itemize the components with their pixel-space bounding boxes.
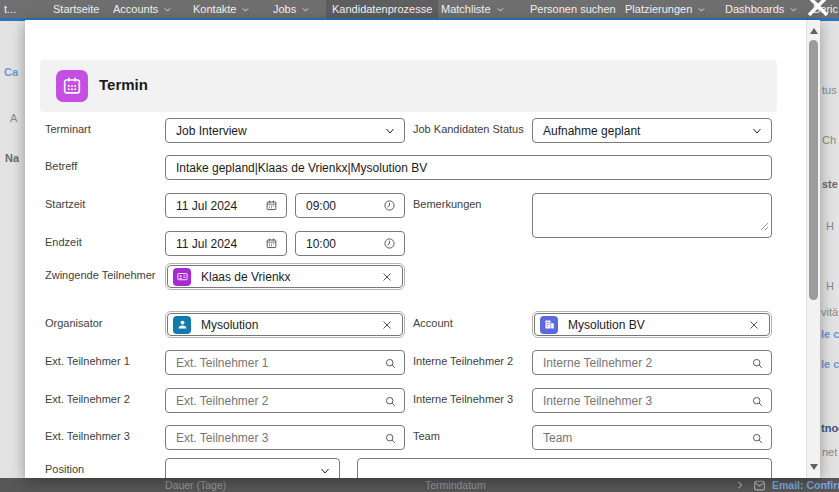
terminart-value: Job Interview (166, 124, 384, 138)
scrollbar-thumb[interactable] (809, 40, 818, 300)
ext-teilnehmer-2-input[interactable] (165, 388, 405, 413)
organisator-field[interactable]: Mysolution (165, 311, 405, 338)
chevron-down-icon (496, 5, 505, 14)
background-fragment: tnoc (821, 422, 839, 434)
zwingende-teilnehmer-value: Klaas de Vrienkx (201, 270, 381, 284)
account-field[interactable]: Mysolution BV (532, 311, 772, 338)
nav-item-label: Startseite (53, 3, 99, 15)
endzeit-label: Endzeit (45, 236, 82, 248)
organisator-label: Organisator (45, 317, 102, 329)
team-label: Team (413, 430, 440, 442)
nav-item-label: Platzierungen (625, 3, 692, 15)
nav-item-label: t... (4, 3, 16, 15)
nav-item-label: Accounts (113, 3, 158, 15)
nav-item-kandidatenprozesse[interactable]: Kandidatenprozesse (326, 0, 438, 18)
interne-teilnehmer-2-input[interactable] (532, 350, 772, 375)
ext-teilnehmer-3-label: Ext. Teilnehmer 3 (45, 430, 130, 442)
position-detail-input[interactable] (357, 458, 772, 478)
startzeit-label: Startzeit (45, 198, 85, 210)
user-icon (173, 316, 191, 334)
team-input[interactable] (532, 425, 772, 450)
startzeit-time-input[interactable]: 09:00 (295, 193, 405, 218)
nav-item-label: Matchliste (441, 3, 491, 15)
scroll-down-arrow-icon[interactable] (810, 464, 818, 470)
nav-item-startseite[interactable]: Startseite (53, 0, 99, 18)
nav-item-platzierungen[interactable]: Platzierungen (625, 0, 706, 18)
position-select[interactable] (165, 458, 340, 478)
terminart-select[interactable]: Job Interview (165, 118, 405, 143)
background-fragment: le c (821, 328, 839, 340)
background-field-termindatum: Termindatum (425, 479, 486, 491)
organisator-value: Mysolution (201, 318, 381, 332)
betreff-label: Betreff (45, 160, 77, 172)
endzeit-date-value: 11 Jul 2024 (166, 237, 265, 251)
nav-item-jobs[interactable]: Jobs (273, 0, 310, 18)
dialog-scrollbar[interactable] (806, 20, 820, 478)
ext-teilnehmer-1-label: Ext. Teilnehmer 1 (45, 355, 130, 367)
top-navigation-bar: t... Startseite Accounts Kontakte Jobs K… (0, 0, 839, 18)
search-icon[interactable] (384, 431, 397, 449)
endzeit-date-input[interactable]: 11 Jul 2024 (165, 231, 287, 256)
resize-handle[interactable] (759, 217, 769, 235)
interne-teilnehmer-2-label: Interne Teilnehmer 2 (413, 355, 513, 367)
chevron-down-icon (319, 465, 331, 477)
job-kandidaten-status-select[interactable]: Aufnahme geplant (532, 118, 772, 143)
endzeit-time-value: 10:00 (296, 237, 383, 251)
remove-icon[interactable] (381, 271, 393, 283)
background-fragment: Ch (822, 134, 836, 146)
background-fragment: le c (821, 358, 839, 370)
background-fragment: Na (5, 152, 19, 164)
nav-item-label: Kandidatenprozesse (332, 3, 432, 15)
nav-item-kontakte[interactable]: Kontakte (193, 0, 250, 18)
calendar-icon[interactable] (265, 199, 278, 212)
nav-item-dashboards[interactable]: Dashboards (725, 0, 798, 18)
background-fragment: tus (822, 84, 837, 96)
chevron-down-icon (301, 5, 310, 14)
clock-icon[interactable] (383, 199, 396, 212)
bemerkungen-label: Bemerkungen (413, 198, 482, 210)
ext-teilnehmer-1-input[interactable] (165, 350, 405, 375)
interne-teilnehmer-3-input[interactable] (532, 388, 772, 413)
scroll-up-arrow-icon[interactable] (810, 28, 818, 34)
search-icon[interactable] (751, 356, 764, 374)
remove-icon[interactable] (748, 319, 760, 331)
zwingende-teilnehmer-label: Zwingende Teilnehmer (45, 269, 155, 281)
search-icon[interactable] (751, 394, 764, 412)
dialog-header (40, 60, 777, 112)
email-task-icon (753, 479, 766, 492)
account-label: Account (413, 317, 453, 329)
search-icon[interactable] (384, 356, 397, 374)
dialog-title: Termin (99, 76, 148, 93)
nav-item-accounts[interactable]: Accounts (113, 0, 172, 18)
ext-teilnehmer-3-input[interactable] (165, 425, 405, 450)
nav-item-label: Dashboards (725, 3, 784, 15)
endzeit-time-input[interactable]: 10:00 (295, 231, 405, 256)
bemerkungen-textarea[interactable] (532, 193, 772, 238)
nav-item-label: Jobs (273, 3, 296, 15)
nav-item-personen-suchen[interactable]: Personen suchen (530, 0, 616, 18)
clock-icon[interactable] (383, 237, 396, 250)
startzeit-date-input[interactable]: 11 Jul 2024 (165, 193, 287, 218)
background-fragment: ste (822, 178, 838, 190)
zwingende-teilnehmer-field[interactable]: Klaas de Vrienkx (165, 263, 405, 290)
interne-teilnehmer-3-label: Interne Teilnehmer 3 (413, 393, 513, 405)
job-kandidaten-status-value: Aufnahme geplant (533, 124, 751, 138)
job-kandidaten-status-label: Job Kandidaten Status (413, 123, 524, 135)
close-icon[interactable] (804, 0, 832, 17)
background-fragment: vitä (821, 306, 838, 318)
chevron-down-icon (789, 5, 798, 14)
nav-item-truncated[interactable]: t... (4, 0, 16, 18)
terminart-label: Terminart (45, 123, 91, 135)
building-icon (540, 316, 558, 334)
calendar-icon[interactable] (265, 237, 278, 250)
nav-item-matchliste[interactable]: Matchliste (441, 0, 505, 18)
search-icon[interactable] (384, 394, 397, 412)
startzeit-time-value: 09:00 (296, 199, 383, 213)
chevron-down-icon (751, 125, 763, 137)
nav-item-label: Personen suchen (530, 3, 616, 15)
background-fragment: H (826, 220, 834, 232)
remove-icon[interactable] (381, 319, 393, 331)
search-icon[interactable] (751, 431, 764, 449)
background-fragment: H (826, 280, 834, 292)
betreff-input[interactable] (165, 155, 772, 180)
